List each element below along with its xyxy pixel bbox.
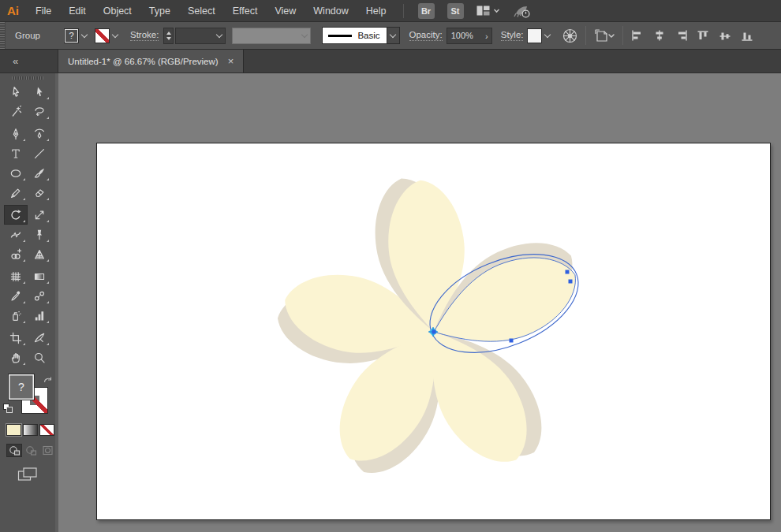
fill-stroke-cluster: ?: [6, 374, 57, 418]
graphic-style-control[interactable]: [527, 28, 553, 43]
opacity-input[interactable]: 100% ›: [447, 28, 492, 44]
horizontal-align-center-button[interactable]: [652, 28, 667, 43]
menu-item-window[interactable]: Window: [305, 0, 357, 22]
horizontal-align-right-button[interactable]: [674, 28, 689, 43]
blend-tool[interactable]: [28, 286, 51, 306]
eyedropper-tool[interactable]: [4, 286, 28, 306]
tab-close-button[interactable]: ×: [228, 56, 234, 66]
width-tool[interactable]: [4, 225, 28, 244]
style-label[interactable]: Style:: [501, 30, 524, 41]
menu-item-select[interactable]: Select: [179, 0, 224, 22]
isolate-selected-object-button[interactable]: [592, 27, 616, 44]
gradient-tool[interactable]: [28, 266, 51, 286]
slice-tool[interactable]: [28, 328, 51, 348]
rotate-tool[interactable]: [4, 205, 28, 225]
stroke-weight-select[interactable]: [175, 28, 226, 44]
fill-color-indicator[interactable]: ?: [8, 374, 35, 400]
vertical-align-top-button[interactable]: [696, 28, 711, 43]
vertical-align-center-button[interactable]: [718, 28, 733, 43]
menu-item-edit[interactable]: Edit: [60, 0, 95, 22]
graphic-style-swatch[interactable]: [527, 28, 542, 43]
brush-chevron-segment[interactable]: [387, 28, 399, 43]
color-button[interactable]: [6, 424, 21, 436]
menu-item-file[interactable]: File: [27, 0, 60, 22]
opacity-label[interactable]: Opacity:: [409, 30, 443, 41]
draw-inside-button[interactable]: [39, 444, 55, 457]
bridge-button[interactable]: Br: [418, 3, 435, 19]
drawing-mode-buttons: [6, 444, 55, 457]
menu-item-type[interactable]: Type: [140, 0, 179, 22]
default-stroke-icon: [6, 407, 13, 413]
scale-tool[interactable]: [28, 205, 51, 225]
illustrator-logo[interactable]: Ai: [7, 4, 19, 17]
menu-item-object[interactable]: Object: [95, 0, 140, 22]
magic-wand-tool[interactable]: [4, 102, 28, 121]
recolor-artwork-button[interactable]: [561, 27, 579, 45]
brush-definition-select[interactable]: Basic: [322, 27, 399, 44]
type-tool-icon: [9, 147, 22, 160]
none-button[interactable]: [39, 424, 54, 436]
stroke-weight-label[interactable]: Stroke:: [130, 30, 159, 41]
swap-arrow-icon: [45, 378, 51, 382]
opacity-arrow-icon[interactable]: ›: [485, 32, 488, 41]
canvas-pasteboard[interactable]: [58, 73, 781, 532]
line-segment-tool[interactable]: [28, 143, 51, 163]
curvature-tool[interactable]: [28, 124, 51, 143]
stroke-swatch-none[interactable]: [95, 28, 110, 43]
fill-color-control[interactable]: ?: [64, 28, 90, 43]
fill-swatch[interactable]: ?: [64, 28, 79, 43]
artboard-tool[interactable]: [4, 328, 28, 348]
menu-items: FileEditObjectTypeSelectEffectViewWindow…: [27, 0, 395, 22]
stepper-up-icon[interactable]: [166, 32, 171, 35]
stroke-color-control[interactable]: [95, 28, 121, 43]
shape-builder-tool[interactable]: [4, 244, 28, 264]
zoom-tool[interactable]: [28, 348, 51, 367]
pen-tool[interactable]: [4, 124, 28, 143]
change-screen-mode-button[interactable]: [16, 467, 39, 482]
gpu-performance-button[interactable]: [512, 2, 532, 20]
control-bar: Group ? Stroke: Basic Opacity: 100%: [0, 22, 781, 50]
menu-item-effect[interactable]: Effect: [224, 0, 267, 22]
stroke-weight-stepper[interactable]: [163, 28, 174, 44]
mesh-tool[interactable]: [4, 266, 28, 286]
draw-behind-button[interactable]: [23, 444, 39, 457]
lasso-tool[interactable]: [28, 102, 51, 121]
stepper-down-icon[interactable]: [166, 37, 171, 40]
lasso-tool-icon: [33, 106, 46, 118]
selection-tool[interactable]: [4, 82, 28, 102]
paintbrush-tool[interactable]: [28, 163, 51, 183]
horizontal-align-left-button[interactable]: [630, 28, 645, 43]
document-tab-title: Untitled-1* @ 66.67% (RGB/Preview): [68, 57, 219, 66]
draw-normal-button[interactable]: [6, 444, 22, 457]
selection-tool-icon: [9, 86, 22, 99]
stock-button[interactable]: St: [447, 3, 464, 19]
horizontal-align-right-icon: [675, 30, 687, 42]
eraser-tool[interactable]: [28, 183, 51, 203]
control-divider: [622, 26, 623, 45]
workspace-switcher[interactable]: [476, 6, 499, 16]
menu-bar: Ai FileEditObjectTypeSelectEffectViewWin…: [0, 0, 781, 22]
ellipse-tool[interactable]: [4, 163, 28, 183]
document-tab[interactable]: Untitled-1* @ 66.67% (RGB/Preview) ×: [58, 50, 244, 73]
hand-tool[interactable]: [4, 348, 28, 367]
swap-fill-stroke-button[interactable]: [43, 374, 53, 389]
vertical-align-bottom-button[interactable]: [740, 28, 755, 43]
panel-grip[interactable]: [0, 22, 6, 49]
draw-inside-icon: [42, 445, 54, 456]
tool-group: [0, 266, 55, 326]
puppet-warp-tool[interactable]: [28, 225, 51, 244]
pencil-tool[interactable]: [4, 183, 28, 203]
menu-item-view[interactable]: View: [266, 0, 305, 22]
gradient-button[interactable]: [23, 424, 38, 436]
panel-grip[interactable]: [12, 76, 43, 80]
symbol-sprayer-tool[interactable]: [4, 306, 28, 326]
collapse-panel-button[interactable]: «: [13, 55, 17, 67]
direct-selection-tool[interactable]: [28, 82, 51, 102]
column-graph-tool[interactable]: [28, 306, 51, 326]
menu-item-help[interactable]: Help: [357, 0, 395, 22]
chevron-down-icon: [81, 32, 88, 38]
chevron-down-icon: [301, 32, 308, 38]
perspective-grid-tool[interactable]: [28, 244, 51, 264]
artboard[interactable]: [96, 143, 771, 520]
type-tool[interactable]: [4, 143, 28, 163]
